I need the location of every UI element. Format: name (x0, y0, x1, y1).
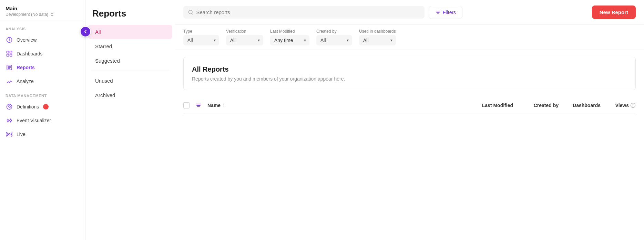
chevron-left-icon (83, 29, 88, 34)
search-icon (188, 10, 193, 15)
app-sub: Development (No data) (6, 12, 80, 17)
svg-rect-4 (10, 54, 12, 56)
col-dashboards-header[interactable]: Dashboards (563, 103, 601, 108)
sidebar-collapse-button[interactable] (80, 26, 91, 37)
col-views-header[interactable]: Views (605, 103, 636, 108)
filter-created-by-select[interactable]: All (320, 38, 348, 43)
nav-item-all[interactable]: All (88, 25, 172, 39)
sort-icon[interactable] (194, 101, 203, 110)
sidebar-item-dashboards[interactable]: Dashboards (0, 47, 85, 61)
sidebar-item-label: Reports (17, 65, 35, 70)
filter-last-modified: Last Modified Any time Today This week T… (270, 29, 309, 45)
sidebar-item-overview[interactable]: Overview (0, 33, 85, 47)
analysis-section-label: Analysis (0, 21, 85, 33)
filter-created-by-label: Created by (316, 29, 352, 34)
sidebar-item-label: Analyze (17, 79, 34, 84)
filter-verification: Verification All Verified Unverified (226, 29, 263, 45)
sidebar-item-label: Live (17, 132, 25, 137)
sidebar: Main Development (No data) Analysis Over… (0, 0, 85, 240)
all-reports-box: All Reports Reports created by you and m… (183, 57, 636, 90)
col-name-header[interactable]: Name ↑ (207, 103, 461, 108)
sidebar-item-definitions[interactable]: Definitions ! (0, 100, 85, 114)
live-icon (6, 131, 13, 138)
svg-point-6 (7, 104, 12, 109)
page-title: Reports (92, 8, 168, 19)
filter-created-by: Created by All (316, 29, 352, 45)
svg-point-10 (9, 134, 10, 135)
data-management-section-label: Data Management (0, 88, 85, 100)
analyze-icon (6, 77, 13, 85)
sidebar-item-label: Overview (17, 37, 37, 43)
select-all-checkbox[interactable] (183, 102, 190, 108)
svg-rect-3 (7, 54, 9, 56)
svg-point-7 (9, 107, 10, 108)
filter-verification-label: Verification (226, 29, 263, 34)
nav-item-suggested[interactable]: Suggested (88, 54, 172, 68)
definitions-badge: ! (43, 104, 49, 109)
filter-used-in-dashboards-select-wrap[interactable]: All Yes No (359, 35, 396, 45)
nav-item-starred[interactable]: Starred (88, 39, 172, 53)
nav-item-archived[interactable]: Archived (88, 88, 172, 102)
chevron-updown-icon (50, 12, 54, 17)
main-area: Filters New Report Type All Funnel Reten… (175, 0, 644, 240)
sidebar-item-reports[interactable]: Reports (0, 61, 85, 74)
dashboards-icon (6, 50, 13, 58)
filter-type-select-wrap[interactable]: All Funnel Retention Flow Trend (183, 35, 219, 45)
search-bar (183, 6, 425, 19)
filter-created-by-select-wrap[interactable]: All (316, 35, 352, 45)
nav-divider (91, 71, 169, 71)
sidebar-header: Main Development (No data) (0, 0, 85, 21)
col-last-modified-header[interactable]: Last Modified (465, 103, 513, 108)
filter-row: Type All Funnel Retention Flow Trend Ver… (175, 25, 644, 50)
sidebar-item-live[interactable]: Live (0, 127, 85, 141)
info-icon (630, 103, 636, 108)
filter-type: Type All Funnel Retention Flow Trend (183, 29, 219, 45)
filter-last-modified-select-wrap[interactable]: Any time Today This week This month (270, 35, 309, 45)
all-reports-description: Reports created by you and members of yo… (192, 76, 627, 82)
sidebar-item-label: Event Visualizer (17, 118, 51, 123)
filter-type-label: Type (183, 29, 219, 34)
svg-rect-2 (10, 51, 12, 53)
left-panel-header: Reports (85, 0, 175, 24)
left-panel: Reports All Starred Suggested Unused Arc… (85, 0, 175, 240)
col-created-by-header[interactable]: Created by (517, 103, 559, 108)
filter-used-in-dashboards-select[interactable]: All Yes No (363, 38, 391, 43)
filter-verification-select[interactable]: All Verified Unverified (230, 38, 259, 43)
app-name: Main (6, 6, 80, 11)
search-input[interactable] (196, 9, 420, 15)
filter-type-select[interactable]: All Funnel Retention Flow Trend (187, 38, 215, 43)
filter-used-in-dashboards-label: Used in dashboards (359, 29, 396, 34)
nav-item-unused[interactable]: Unused (88, 74, 172, 88)
left-panel-nav: All Starred Suggested Unused Archived (85, 24, 175, 240)
table-header: Name ↑ Last Modified Created by Dashboar… (183, 97, 636, 114)
filters-icon (435, 10, 441, 15)
definitions-icon (6, 103, 13, 111)
sort-lines-icon (195, 102, 202, 109)
sidebar-item-label: Definitions (17, 104, 39, 109)
filter-last-modified-select[interactable]: Any time Today This week This month (274, 38, 305, 43)
content-area: All Reports Reports created by you and m… (175, 50, 644, 240)
sidebar-item-analyze[interactable]: Analyze (0, 74, 85, 88)
reports-icon (6, 64, 13, 71)
new-report-button[interactable]: New Report (592, 6, 636, 19)
svg-rect-1 (7, 51, 9, 53)
event-visualizer-icon (6, 117, 13, 124)
filter-used-in-dashboards: Used in dashboards All Yes No (359, 29, 396, 45)
sidebar-item-event-visualizer[interactable]: Event Visualizer (0, 114, 85, 127)
filter-verification-select-wrap[interactable]: All Verified Unverified (226, 35, 263, 45)
main-header: Filters New Report (175, 0, 644, 25)
overview-icon (6, 36, 13, 44)
filters-button[interactable]: Filters (429, 6, 462, 19)
all-reports-title: All Reports (192, 65, 627, 73)
filter-last-modified-label: Last Modified (270, 29, 309, 34)
sidebar-item-label: Dashboards (17, 51, 43, 56)
